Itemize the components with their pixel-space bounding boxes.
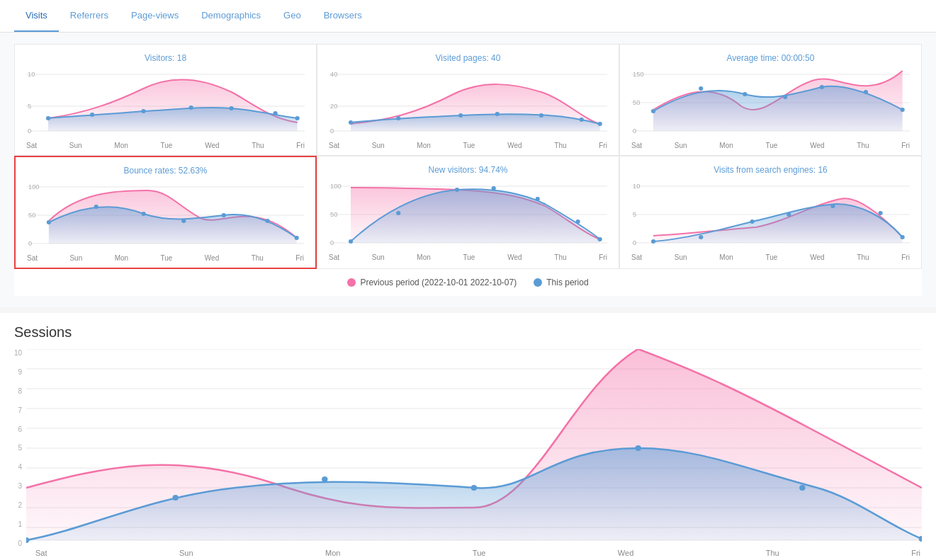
svg-point-94	[799, 485, 805, 491]
svg-point-19	[349, 120, 353, 125]
svg-point-61	[492, 186, 496, 190]
chart-searchvisits: Visits from search engines: 16 10 5	[619, 156, 922, 269]
svg-text:10: 10	[28, 71, 35, 78]
svg-point-50	[265, 219, 269, 223]
chart-svg-avgtime: 150 50 0	[631, 67, 910, 138]
chart-title-avgtime: Average time: 00:00:50	[631, 53, 910, 63]
svg-point-73	[750, 219, 755, 224]
svg-point-25	[598, 122, 602, 126]
chart-bounce: Bounce rates: 52.63% 100 50	[14, 156, 317, 269]
chart-xlabels-bounce: SatSunMonTueWedThuFri	[27, 254, 304, 262]
chart-title-visitors: Visitors: 18	[26, 53, 305, 63]
svg-point-59	[396, 211, 400, 215]
svg-point-60	[455, 188, 459, 192]
svg-point-64	[598, 237, 602, 241]
svg-point-91	[322, 476, 327, 482]
svg-text:5: 5	[633, 211, 636, 218]
y-label-8: 8	[14, 387, 22, 395]
chart-svg-searchvisits: 10 5 0	[631, 179, 910, 250]
svg-point-49	[222, 213, 226, 217]
svg-point-9	[189, 105, 193, 110]
y-label-4: 4	[14, 463, 22, 471]
svg-point-33	[699, 86, 703, 91]
svg-point-35	[783, 95, 787, 99]
svg-point-92	[471, 485, 477, 491]
svg-point-51	[295, 236, 299, 240]
svg-text:0: 0	[633, 239, 636, 246]
legend-current: This period	[534, 278, 588, 287]
chart-xlabels-searchvisits: SatSunMonTueWedThuFri	[631, 253, 910, 261]
svg-text:0: 0	[330, 127, 334, 135]
tabs-bar: Visits Referrers Page-views Demographics…	[0, 0, 936, 33]
svg-text:0: 0	[330, 239, 334, 246]
svg-point-32	[651, 109, 655, 113]
tab-visits[interactable]: Visits	[14, 0, 59, 32]
chart-svg-newvisitors: 100 50 0	[329, 179, 607, 250]
svg-point-6	[46, 116, 50, 120]
svg-point-10	[229, 106, 233, 110]
svg-point-34	[743, 92, 747, 96]
y-label-5: 5	[14, 444, 22, 452]
svg-point-36	[820, 85, 824, 89]
svg-point-72	[699, 235, 703, 239]
legend-previous: Previous period (2022-10-01 2022-10-07)	[347, 278, 517, 287]
svg-point-63	[576, 219, 580, 224]
tab-geo[interactable]: Geo	[272, 0, 312, 32]
legend-previous-label: Previous period (2022-10-01 2022-10-07)	[360, 278, 517, 287]
svg-point-21	[458, 113, 463, 118]
svg-text:0: 0	[28, 240, 32, 247]
chart-title-newvisitors: New visitors: 94.74%	[329, 165, 607, 175]
tab-pageviews[interactable]: Page-views	[120, 0, 190, 32]
svg-text:50: 50	[28, 212, 35, 219]
y-label-3: 3	[14, 482, 22, 490]
svg-point-75	[830, 204, 835, 208]
y-label-2: 2	[14, 501, 22, 509]
svg-text:10: 10	[633, 183, 640, 190]
chart-title-pages: Visited pages: 40	[329, 53, 607, 63]
svg-point-62	[536, 197, 540, 201]
sessions-title: Sessions	[14, 324, 922, 341]
y-label-1: 1	[14, 520, 22, 528]
svg-point-76	[879, 211, 883, 215]
top-legend: Previous period (2022-10-01 2022-10-07) …	[14, 269, 922, 296]
svg-text:5: 5	[28, 103, 31, 110]
svg-point-58	[349, 239, 353, 244]
tab-demographics[interactable]: Demographics	[190, 0, 272, 32]
svg-point-45	[47, 220, 51, 224]
svg-text:150: 150	[633, 71, 644, 78]
legend-pink-dot	[347, 278, 356, 287]
svg-point-37	[864, 90, 868, 94]
svg-point-12	[295, 116, 300, 120]
svg-point-90	[173, 495, 179, 501]
chart-newvisitors: New visitors: 94.74% 100 50	[317, 156, 619, 269]
svg-point-38	[901, 108, 905, 112]
chart-xlabels-newvisitors: SatSunMonTueWedThuFri	[329, 253, 607, 261]
sessions-x-labels: SatSunMonTueWedThuFri	[34, 549, 922, 557]
y-label-0: 0	[14, 539, 22, 547]
svg-point-11	[274, 111, 278, 115]
chart-svg-visitors: 10 5 0	[26, 67, 305, 138]
svg-text:50: 50	[330, 211, 337, 218]
svg-text:40: 40	[330, 71, 337, 78]
y-label-9: 9	[14, 368, 22, 376]
svg-point-46	[94, 205, 98, 209]
chart-svg-bounce: 100 50 0	[27, 180, 304, 251]
chart-svg-pages: 40 20 0	[329, 67, 607, 138]
svg-point-8	[141, 109, 145, 113]
chart-pages: Visited pages: 40 40 20 0	[317, 44, 619, 156]
legend-blue-dot	[534, 278, 542, 287]
svg-text:0: 0	[633, 127, 636, 135]
legend-current-label: This period	[546, 278, 588, 287]
y-label-6: 6	[14, 425, 22, 433]
svg-point-48	[181, 219, 186, 223]
y-label-10: 10	[14, 349, 22, 357]
svg-point-23	[539, 113, 543, 118]
svg-point-24	[580, 118, 584, 122]
svg-text:100: 100	[28, 183, 39, 190]
tab-referrers[interactable]: Referrers	[59, 0, 120, 32]
tab-browsers[interactable]: Browsers	[312, 0, 373, 32]
chart-xlabels-visitors: SatSunMonTueWedThuFri	[26, 142, 305, 149]
chart-avgtime: Average time: 00:00:50 150 50	[619, 44, 922, 156]
svg-text:100: 100	[330, 183, 342, 190]
chart-xlabels-pages: SatSunMonTueWedThuFri	[329, 142, 607, 149]
